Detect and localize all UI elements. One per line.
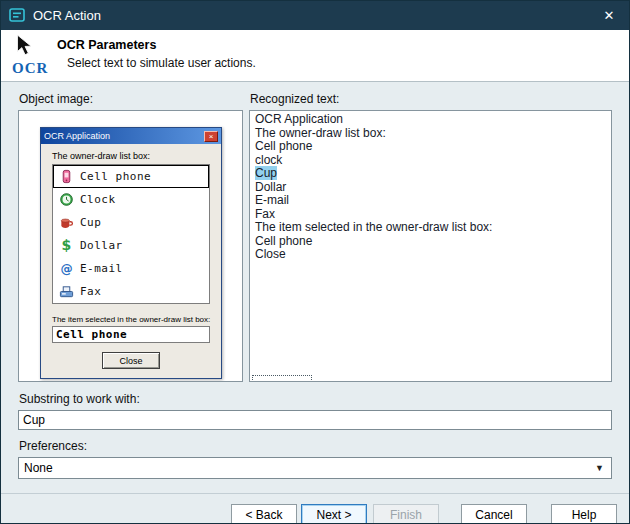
cursor-arrow-icon — [13, 34, 35, 62]
recognized-line[interactable]: clock — [255, 154, 606, 168]
list-item-label: E-mail — [80, 262, 123, 275]
list-item: $Dollar — [53, 234, 209, 257]
list-item: @E-mail — [53, 257, 209, 280]
back-button[interactable]: < Back — [231, 504, 297, 524]
recognized-line[interactable]: Cell phone — [255, 235, 606, 249]
next-button[interactable]: Next > — [301, 504, 367, 524]
titlebar[interactable]: OCR Action ✕ — [1, 1, 629, 30]
list-item: Cup — [53, 211, 209, 234]
list-item: Cell phone — [53, 165, 209, 188]
preferences-value: None — [24, 461, 53, 475]
list-item: Clock — [53, 188, 209, 211]
cellphone-icon — [58, 169, 74, 185]
app-window-body: The owner-draw list box: Cell phoneClock… — [41, 144, 221, 378]
cancel-button[interactable]: Cancel — [461, 504, 527, 524]
app-icon — [9, 7, 26, 24]
list-item-label: Cell phone — [80, 170, 151, 183]
main-content: Object image: OCR Application × The owne… — [1, 82, 629, 382]
recognized-line[interactable]: Cell phone — [255, 140, 606, 154]
button-row: < Back Next > Finish Cancel Help — [1, 494, 629, 524]
chevron-down-icon: ▼ — [595, 463, 604, 473]
page-subtitle: Select text to simulate user actions. — [67, 56, 256, 70]
app-window-titlebar: OCR Application × — [41, 128, 221, 144]
focus-marquee-fragment — [252, 375, 312, 382]
recognized-text-label: Recognized text: — [250, 92, 612, 106]
substring-label: Substring to work with: — [19, 392, 612, 406]
object-image-label: Object image: — [19, 92, 243, 106]
app-window-screenshot: OCR Application × The owner-draw list bo… — [40, 127, 222, 379]
listbox-label: The owner-draw list box: — [52, 151, 210, 161]
ocr-action-dialog: OCR Action ✕ OCR OCR Parameters Select t… — [0, 0, 630, 524]
recognized-line[interactable]: The owner-draw list box: — [255, 127, 606, 141]
preferences-label: Preferences: — [19, 439, 612, 453]
app-window-title: OCR Application — [44, 131, 204, 141]
list-item-label: Dollar — [80, 239, 123, 252]
substring-input[interactable] — [18, 410, 612, 430]
ocr-logo: OCR — [11, 35, 51, 77]
recognized-line[interactable]: OCR Application — [255, 113, 606, 127]
help-button[interactable]: Help — [551, 504, 617, 524]
recognized-line[interactable]: E-mail — [255, 194, 606, 208]
app-window-close-icon: × — [204, 131, 218, 142]
object-image-panel[interactable]: OCR Application × The owner-draw list bo… — [18, 110, 243, 382]
list-item: Fax — [53, 280, 209, 303]
finish-button: Finish — [373, 504, 439, 524]
selected-item-field: Cell phone — [52, 326, 210, 343]
recognized-text-panel[interactable]: OCR ApplicationThe owner-draw list box:C… — [249, 110, 612, 382]
email-icon: @ — [58, 261, 74, 277]
svg-text:$: $ — [61, 238, 71, 253]
selected-item-label: The item selected in the owner-draw list… — [52, 315, 210, 324]
ocr-logo-text: OCR — [12, 60, 48, 77]
preferences-dropdown[interactable]: None ▼ — [18, 457, 612, 479]
window-title: OCR Action — [33, 8, 101, 23]
app-close-button: Close — [102, 352, 160, 369]
recognized-line[interactable]: Cup — [255, 167, 606, 181]
fax-icon — [58, 284, 74, 300]
recognized-line[interactable]: Dollar — [255, 181, 606, 195]
recognized-line[interactable]: Fax — [255, 208, 606, 222]
recognized-line[interactable]: Close — [255, 248, 606, 262]
list-item-label: Clock — [80, 193, 116, 206]
list-item-label: Fax — [80, 285, 101, 298]
wizard-header: OCR OCR Parameters Select text to simula… — [1, 30, 629, 82]
page-title: OCR Parameters — [57, 38, 256, 52]
recognized-line[interactable]: The item selected in the owner-draw list… — [255, 221, 606, 235]
svg-text:@: @ — [60, 262, 72, 276]
cup-icon — [58, 215, 74, 231]
owner-draw-listbox: Cell phoneClockCup$Dollar@E-mailFax — [52, 164, 210, 304]
dollar-icon: $ — [58, 238, 74, 254]
close-icon[interactable]: ✕ — [589, 1, 629, 30]
list-item-label: Cup — [80, 216, 101, 229]
clock-icon — [58, 192, 74, 208]
